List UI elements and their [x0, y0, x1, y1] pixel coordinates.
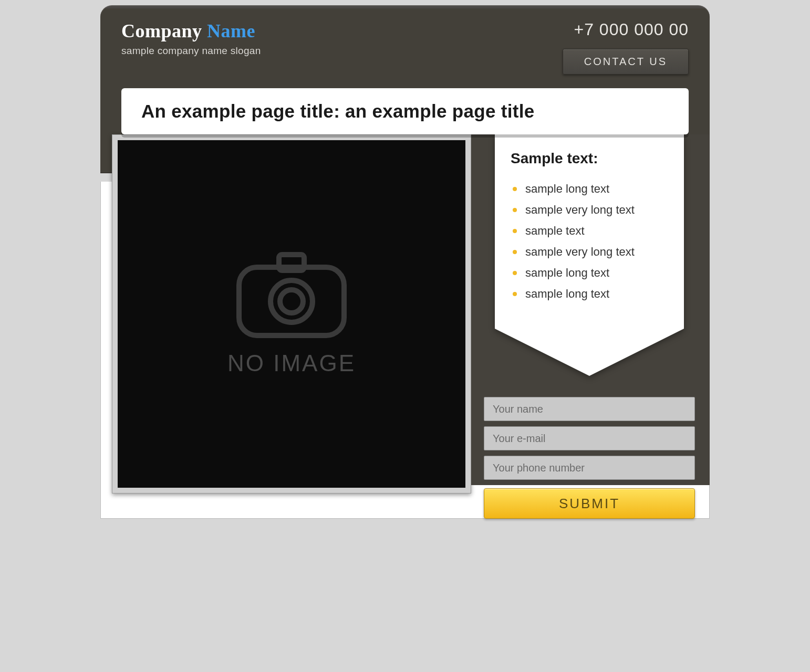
- logo-part-2: Name: [207, 20, 255, 41]
- svg-rect-1: [279, 255, 304, 270]
- list-item: sample long text: [511, 262, 668, 284]
- page-title: An example page title: an example page t…: [141, 101, 669, 122]
- sidebar-heading: Sample text:: [511, 150, 668, 167]
- camera-icon: [234, 251, 349, 341]
- logo-part-1: Company: [121, 20, 207, 41]
- image-placeholder: NO IMAGE: [118, 140, 465, 488]
- svg-rect-0: [239, 267, 344, 335]
- email-field[interactable]: [484, 426, 695, 450]
- phone-field[interactable]: [484, 456, 695, 480]
- image-placeholder-frame: NO IMAGE: [112, 134, 471, 494]
- sidebar-column: Sample text: sample long text sample ver…: [471, 134, 710, 519]
- logo-block: Company Name sample company name slogan: [121, 20, 261, 57]
- page-title-bar: An example page title: an example page t…: [121, 88, 689, 134]
- list-item: sample very long text: [511, 200, 668, 220]
- svg-point-3: [280, 290, 303, 313]
- submit-button[interactable]: SUBMIT: [484, 488, 695, 519]
- phone-number: +7 000 000 00: [563, 20, 689, 39]
- header-right: +7 000 000 00 CONTACT US: [563, 20, 689, 75]
- page-frame: Company Name sample company name slogan …: [100, 5, 710, 519]
- list-item: sample text: [511, 220, 668, 242]
- company-slogan: sample company name slogan: [121, 45, 261, 57]
- list-item: sample long text: [511, 284, 668, 304]
- no-image-label: NO IMAGE: [227, 350, 356, 376]
- name-field[interactable]: [484, 397, 695, 421]
- list-item: sample very long text: [511, 242, 668, 262]
- company-logo: Company Name: [121, 20, 261, 42]
- contact-form: SUBMIT: [484, 397, 695, 519]
- contact-us-button[interactable]: CONTACT US: [563, 49, 689, 75]
- svg-point-2: [271, 280, 313, 322]
- image-column: NO IMAGE: [100, 134, 471, 519]
- info-ribbon: Sample text: sample long text sample ver…: [495, 134, 684, 329]
- feature-list: sample long text sample very long text s…: [511, 178, 668, 304]
- list-item: sample long text: [511, 178, 668, 200]
